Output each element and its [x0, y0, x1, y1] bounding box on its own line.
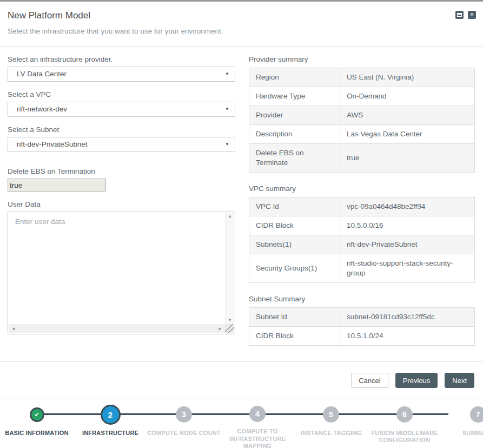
close-icon[interactable]: ✕ [468, 11, 476, 19]
table-row: CIDR Block 10.5.0.0/16 [249, 216, 475, 235]
horizontal-scrollbar[interactable]: ◄ ► [9, 324, 225, 333]
summary-row-value: On-Demand [340, 87, 475, 106]
step-circle-icon[interactable]: 2 [101, 405, 121, 425]
summary-row-value: vpc-09a0464d48be2ff94 [340, 197, 475, 216]
user-data-label: User Data [8, 200, 235, 208]
summary-title: Provider summary [249, 55, 475, 63]
summary-title: VPC summary [249, 185, 475, 193]
step-label: INFRASTRUCTURE [74, 430, 147, 437]
table-row: CIDR Block 10.5.1.0/24 [249, 327, 475, 346]
summary-row-value: true [340, 144, 475, 173]
stepper-connector-line [35, 413, 448, 415]
vertical-scrollbar[interactable]: ▲ ▼ [225, 213, 234, 324]
delete-ebs-input [8, 179, 106, 192]
chevron-down-icon: ▼ [225, 102, 229, 116]
table-row: Subnets(1) rift-dev-PrivateSubnet [249, 235, 475, 254]
summary-title: Subnet Summary [249, 295, 475, 303]
summary-row-value: US East (N. Virginia) [340, 68, 475, 87]
step-label: COMPUTE NODE COUNT [147, 430, 221, 437]
summary-row-label: Description [249, 125, 340, 144]
step: 3 COMPUTE NODE COUNT [147, 399, 221, 448]
vpc-select[interactable]: rift-network-dev ▼ [8, 102, 235, 117]
step-circle-icon: 4 [249, 406, 266, 422]
provider-select-label: Select an infrastructure provider. [8, 55, 235, 63]
scroll-up-icon[interactable]: ▲ [228, 214, 232, 219]
step: 2 INFRASTRUCTURE [74, 399, 147, 448]
user-data-textarea[interactable] [9, 213, 225, 324]
table-row: VPC Id vpc-09a0464d48be2ff94 [249, 197, 475, 216]
subnet-select[interactable]: rift-dev-PrivateSubnet ▼ [8, 137, 235, 152]
table-row: Delete EBS on Terminate true [249, 144, 475, 173]
infrastructure-form: Select an infrastructure provider. LV Da… [8, 47, 235, 334]
dialog-header: New Platform Model Select the infrastruc… [0, 2, 483, 46]
step-circle-icon[interactable]: ✔ [30, 407, 44, 422]
summary-row-label: Delete EBS on Terminate [249, 144, 340, 173]
step-label: BASIC INFORMATION [0, 430, 74, 437]
summary-row-value: 10.5.0.0/16 [340, 216, 475, 235]
summary-row-value: Las Vegas Data Center [340, 125, 475, 144]
summary-row-label: CIDR Block [249, 216, 340, 235]
summary-table: Region US East (N. Virginia) Hardware Ty… [249, 68, 475, 173]
summary-row-label: Hardware Type [249, 87, 340, 106]
summary-row-label: Subnet Id [249, 308, 340, 327]
cancel-button[interactable]: Cancel [351, 373, 388, 388]
step: 7 SUMMARY [441, 399, 483, 448]
table-row: Subnet Id subnet-09181cd93c12ff5dc [249, 308, 475, 327]
subnet-select-value: rift-dev-PrivateSubnet [17, 140, 88, 148]
scroll-right-icon[interactable]: ► [218, 327, 222, 331]
vpc-select-value: rift-network-dev [17, 105, 67, 113]
summary-row-value: rift-dev-PrivateSubnet [340, 235, 475, 254]
chevron-down-icon: ▼ [225, 137, 229, 151]
summary-row-value: 10.5.1.0/24 [340, 327, 475, 346]
step: ✔ BASIC INFORMATION [0, 399, 74, 448]
previous-button[interactable]: Previous [395, 373, 438, 388]
step-label: SUMMARY [441, 430, 483, 437]
scroll-down-icon[interactable]: ▼ [228, 318, 232, 322]
summary-row-value: AWS [340, 106, 475, 125]
summary-row-label: CIDR Block [249, 327, 340, 346]
page-subtitle: Select the infrastructure that you want … [8, 27, 475, 35]
maximize-icon[interactable] [455, 11, 464, 19]
summary-row-label: Subnets(1) [249, 235, 340, 254]
page-title: New Platform Model [8, 10, 475, 21]
table-row: Region US East (N. Virginia) [249, 68, 475, 87]
step: 5 INSTANCE TAGGING [294, 399, 368, 448]
summary-row-label: VPC Id [249, 197, 340, 216]
summary-row-value: rift-studio-support-stack-security-group [340, 254, 475, 283]
step-circle-icon: 7 [470, 406, 483, 423]
summary-table: VPC Id vpc-09a0464d48be2ff94 CIDR Block … [249, 197, 475, 283]
stepper: ✔ BASIC INFORMATION 2 INFRASTRUCTURE 3 C… [0, 399, 483, 448]
user-data-field: ▲ ▼ ◄ ► [8, 212, 235, 334]
summary-row-label: Security Groups(1) [249, 254, 340, 283]
new-platform-model-dialog: New Platform Model Select the infrastruc… [0, 0, 483, 448]
step-circle-icon: 6 [396, 406, 413, 423]
summary-row-label: Region [249, 68, 340, 87]
window-controls: ✕ [455, 11, 476, 19]
step-label: INSTANCE TAGGING [294, 430, 368, 437]
table-row: Security Groups(1) rift-studio-support-s… [249, 254, 475, 283]
provider-select-value: LV Data Center [17, 70, 67, 78]
infrastructure-provider-select[interactable]: LV Data Center ▼ [8, 67, 235, 82]
delete-ebs-label: Delete EBS on Termination [8, 167, 235, 175]
chevron-down-icon: ▼ [225, 67, 229, 81]
resize-grip[interactable] [225, 324, 234, 333]
summary-row-value: subnet-09181cd93c12ff5dc [340, 308, 475, 327]
step: 4 COMPUTE TO INFRASTRUCTURE MAPPING [221, 399, 294, 448]
table-row: Provider AWS [249, 106, 475, 125]
summary-row-label: Provider [249, 106, 340, 125]
summary-table: Subnet Id subnet-09181cd93c12ff5dc CIDR … [249, 307, 475, 346]
step: 6 FUSION MIDDLEWARE CONFIGURATION [368, 399, 441, 448]
summary-section: VPC summary VPC Id vpc-09a0464d48be2ff94… [249, 185, 475, 283]
buttons-divider [0, 361, 483, 362]
vpc-select-label: Select a VPC [8, 90, 235, 98]
step-circle-icon: 3 [176, 406, 192, 423]
summaries: Provider summary Region US East (N. Virg… [249, 47, 475, 346]
next-button[interactable]: Next [445, 373, 474, 388]
table-row: Hardware Type On-Demand [249, 87, 475, 106]
step-label: FUSION MIDDLEWARE CONFIGURATION [368, 430, 441, 444]
button-bar: Cancel Previous Next [351, 373, 474, 388]
subnet-select-label: Select a Subnet [8, 126, 235, 134]
scroll-left-icon[interactable]: ◄ [11, 327, 16, 331]
summary-section: Subnet Summary Subnet Id subnet-09181cd9… [249, 295, 475, 346]
step-label: COMPUTE TO INFRASTRUCTURE MAPPING [221, 428, 294, 448]
